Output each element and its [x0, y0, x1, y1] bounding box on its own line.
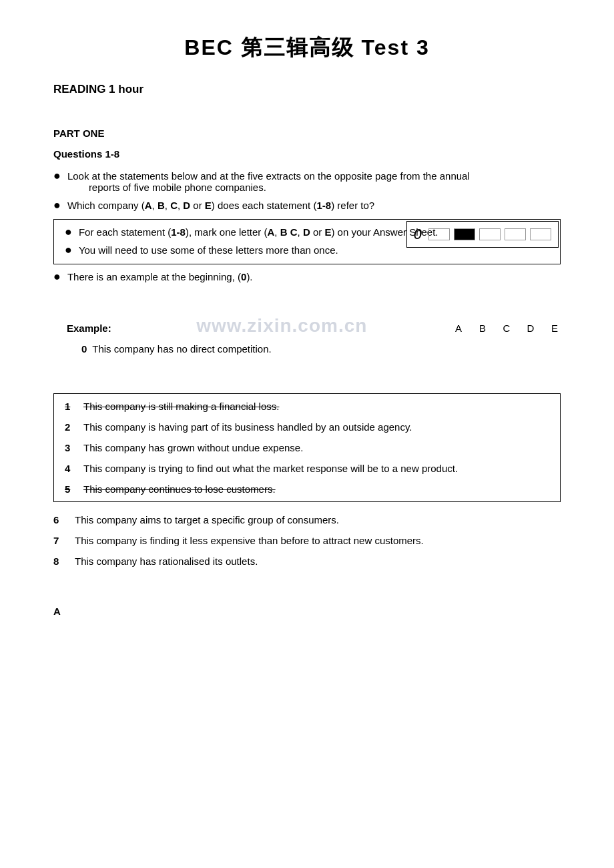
q-num-5: 5	[65, 483, 77, 495]
abcde-c: C	[501, 322, 513, 334]
q-num-3: 3	[65, 442, 77, 453]
page-title: BEC 第三辑高级 Test 3	[53, 33, 561, 63]
q-text-6: This company aims to target a specific g…	[75, 514, 561, 525]
abcde-e: E	[549, 322, 561, 334]
bullet-icon-2: ●	[53, 198, 61, 212]
q-text-7: This company is finding it less expensiv…	[75, 535, 561, 546]
section-a-label: A	[53, 606, 561, 617]
instruction-text-1a: Look at the statements below and at the …	[67, 170, 470, 182]
instruction-item-1: ● Look at the statements below and at th…	[53, 170, 561, 193]
question-item-8: 8 This company has rationalised its outl…	[53, 556, 561, 567]
answer-zero-symbol: 0	[414, 226, 422, 243]
bullet-icon-5: ●	[53, 270, 61, 284]
answer-box-1	[428, 228, 450, 240]
instructions-list: ● Look at the statements below and at th…	[53, 170, 561, 284]
part-label: PART ONE	[53, 128, 561, 139]
abcde-b: B	[477, 322, 489, 334]
instruction-text-1b: reports of five mobile phone companies.	[67, 182, 266, 193]
question-item-1: 1 This company is still making a financi…	[65, 401, 549, 412]
q-num-6: 6	[53, 514, 68, 525]
example-section: Example: www.zixin.com.cn A B C D E	[53, 315, 561, 337]
question-item-4: 4 This company is trying to find out wha…	[65, 463, 549, 474]
answer-box-3	[479, 228, 501, 240]
q-text-3: This company has grown without undue exp…	[83, 442, 549, 453]
answer-sheet-box: 0	[406, 221, 559, 248]
question-item-6: 6 This company aims to target a specific…	[53, 514, 561, 525]
abcde-a: A	[452, 322, 465, 334]
q-num-8: 8	[53, 556, 68, 567]
bullet-icon-4: ●	[65, 243, 72, 257]
answer-box-4	[505, 228, 526, 240]
reading-header: READING 1 hour	[53, 83, 561, 96]
instruction-item-box: ● Which company (A, B, C, D or E) does e…	[53, 200, 561, 212]
q-text-5: This company continues to lose customers…	[83, 483, 549, 495]
instruction-item-5: ● There is an example at the beginning, …	[53, 271, 561, 284]
answer-box-5	[530, 228, 551, 240]
q-num-2: 2	[65, 421, 77, 433]
example-zero-line: 0 This company has no direct competition…	[53, 343, 561, 355]
example-label: Example:	[67, 322, 111, 334]
question-item-7: 7 This company is finding it less expens…	[53, 535, 561, 546]
watermark: www.zixin.com.cn	[131, 315, 432, 337]
instruction-bordered-block: ● For each statement (1-8), mark one let…	[53, 219, 561, 264]
q-text-2: This company is having part of its busin…	[83, 421, 549, 433]
instruction-box-wrapper: ● For each statement (1-8), mark one let…	[53, 219, 561, 264]
q-num-1: 1	[65, 401, 77, 412]
q-text-4: This company is trying to find out what …	[83, 463, 549, 474]
instruction-text-2: Which company (A, B, C, D or E) does eac…	[67, 200, 374, 211]
question-item-2: 2 This company is having part of its bus…	[65, 421, 549, 433]
bullet-icon-3: ●	[65, 225, 72, 239]
questions-label: Questions 1-8	[53, 148, 561, 160]
abcde-row: A B C D E	[452, 322, 561, 334]
q-num-7: 7	[53, 535, 68, 546]
questions-box: 1 This company is still making a financi…	[53, 393, 561, 502]
question-item-3: 3 This company has grown without undue e…	[65, 442, 549, 453]
q-text-8: This company has rationalised its outlet…	[75, 556, 561, 567]
answer-box-2-filled	[454, 228, 475, 240]
abcde-d: D	[525, 322, 537, 334]
q-num-4: 4	[65, 463, 77, 474]
example-zero-num: 0	[81, 343, 87, 355]
bullet-icon-1: ●	[53, 169, 61, 183]
question-item-5: 5 This company continues to lose custome…	[65, 483, 549, 495]
q-text-1: This company is still making a financial…	[83, 401, 549, 412]
example-zero-text: This company has no direct competition.	[92, 343, 271, 355]
instruction-text-5: There is an example at the beginning, (0…	[67, 271, 561, 282]
